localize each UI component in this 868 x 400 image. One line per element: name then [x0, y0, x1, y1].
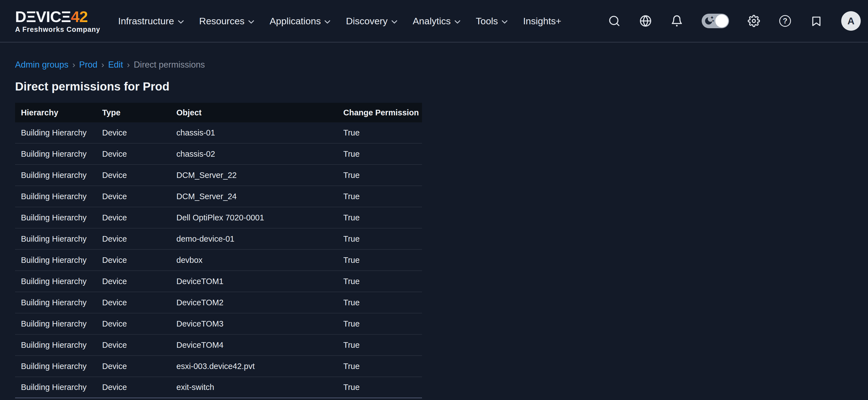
- search-icon[interactable]: [608, 15, 621, 27]
- nav-item-analytics[interactable]: Analytics: [413, 16, 461, 27]
- table-row: Building Hierarchy Device DCM_Server_22 …: [15, 165, 422, 186]
- nav-item-infrastructure[interactable]: Infrastructure: [118, 16, 184, 27]
- breadcrumb-separator: ›: [127, 60, 130, 70]
- help-icon[interactable]: ?: [779, 15, 792, 27]
- table-row: Building Hierarchy Device devbox True: [15, 250, 422, 271]
- logo-accent-42: 42: [71, 8, 88, 25]
- nav-item-discovery[interactable]: Discovery: [346, 16, 397, 27]
- logo-wordmark: DΞVICΞ42: [15, 9, 100, 25]
- nav-item-applications[interactable]: Applications: [270, 16, 331, 27]
- help-glyph: ?: [783, 17, 787, 25]
- user-avatar[interactable]: A: [841, 11, 861, 31]
- table-row: Building Hierarchy Device demo-device-01…: [15, 228, 422, 250]
- nav-item-insights[interactable]: Insights+: [523, 16, 561, 27]
- chevron-down-icon: [178, 20, 184, 24]
- globe-icon[interactable]: [639, 15, 652, 27]
- sparkle-icon: ✦: [712, 19, 714, 23]
- theme-toggle[interactable]: ✦ ✦: [702, 14, 729, 28]
- table-row: Building Hierarchy Device exit-switch Tr…: [15, 377, 422, 398]
- chevron-down-icon: [501, 20, 508, 24]
- table-row: Building Hierarchy Device DCM_Server_24 …: [15, 186, 422, 207]
- breadcrumb-direct-permissions: Direct permissions: [134, 60, 205, 70]
- column-header-change-permission: Change Permission: [343, 108, 422, 117]
- breadcrumb-admin-groups[interactable]: Admin groups: [15, 60, 68, 70]
- main-content: Admin groups›Prod›Edit›Direct permission…: [0, 60, 868, 398]
- permissions-table: Hierarchy Type Object Change Permission …: [15, 103, 422, 398]
- column-header-type: Type: [102, 108, 176, 117]
- chevron-down-icon: [391, 20, 398, 24]
- breadcrumb-separator: ›: [101, 60, 104, 70]
- table-row: Building Hierarchy Device chassis-01 Tru…: [15, 122, 422, 144]
- chevron-down-icon: [324, 20, 331, 24]
- table-row: Building Hierarchy Device esxi-003.devic…: [15, 356, 422, 377]
- top-navbar: DΞVICΞ42 A Freshworks Company Infrastruc…: [0, 0, 868, 42]
- primary-nav: Infrastructure Resources Applications Di…: [118, 16, 561, 27]
- table-header-row: Hierarchy Type Object Change Permission: [15, 103, 422, 122]
- chevron-down-icon: [248, 20, 254, 24]
- table-row: Building Hierarchy Device DeviceTOM4 Tru…: [15, 335, 422, 356]
- table-row: Building Hierarchy Device Dell OptiPlex …: [15, 207, 422, 228]
- navbar-actions: ✦ ✦ ? A: [608, 11, 861, 31]
- breadcrumb-prod[interactable]: Prod: [79, 60, 97, 70]
- device42-logo[interactable]: DΞVICΞ42 A Freshworks Company: [15, 9, 100, 33]
- bookmark-icon[interactable]: [810, 15, 823, 27]
- settings-gear-icon[interactable]: [747, 15, 760, 27]
- column-header-object: Object: [176, 108, 343, 117]
- table-row: Building Hierarchy Device DeviceTOM3 Tru…: [15, 313, 422, 335]
- breadcrumb: Admin groups›Prod›Edit›Direct permission…: [15, 60, 868, 70]
- logo-subtitle: A Freshworks Company: [15, 25, 100, 33]
- page-title: Direct permissions for Prod: [15, 80, 868, 93]
- table-row: Building Hierarchy Device chassis-02 Tru…: [15, 144, 422, 165]
- notifications-bell-icon[interactable]: [671, 15, 683, 27]
- table-body: Building Hierarchy Device chassis-01 Tru…: [15, 122, 422, 398]
- toggle-knob[interactable]: [715, 15, 728, 27]
- breadcrumb-separator: ›: [72, 60, 75, 70]
- nav-item-resources[interactable]: Resources: [199, 16, 255, 27]
- chevron-down-icon: [454, 20, 461, 24]
- table-row: Building Hierarchy Device DeviceTOM1 Tru…: [15, 271, 422, 292]
- column-header-hierarchy: Hierarchy: [15, 108, 102, 117]
- nav-item-tools[interactable]: Tools: [476, 16, 508, 27]
- table-row: Building Hierarchy Device DeviceTOM2 Tru…: [15, 292, 422, 313]
- logo-text: DΞVICΞ: [15, 8, 71, 25]
- breadcrumb-edit[interactable]: Edit: [108, 60, 123, 70]
- avatar-letter: A: [847, 16, 854, 27]
